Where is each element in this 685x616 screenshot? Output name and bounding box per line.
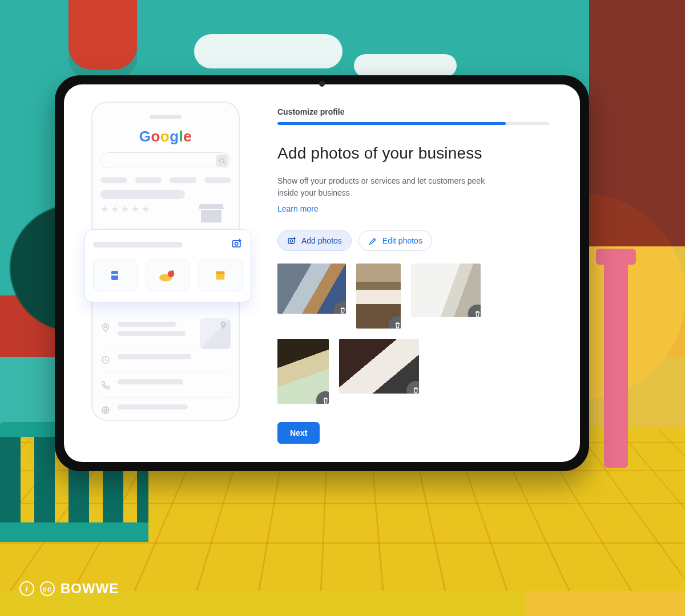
- search-bar: [100, 152, 231, 168]
- step-label: Customize profile: [277, 107, 549, 116]
- page-description: Show off your products or services and l…: [277, 175, 494, 199]
- preview-info-list: [100, 315, 231, 422]
- delete-photo-button[interactable]: [388, 316, 401, 329]
- tablet-frame: Google ★★★★★: [55, 75, 589, 471]
- svg-point-13: [290, 240, 292, 242]
- edit-photos-button[interactable]: Edit photos: [358, 230, 432, 251]
- phone-preview: Google ★★★★★: [91, 102, 240, 421]
- attribution-icon: i: [19, 581, 34, 596]
- svg-point-1: [235, 242, 238, 245]
- preview-title: [100, 190, 185, 199]
- svg-rect-0: [233, 241, 240, 247]
- phone-speaker: [150, 115, 182, 119]
- delete-photo-button[interactable]: [333, 301, 346, 314]
- pin-icon: [100, 322, 111, 333]
- photos-preview-card: [84, 229, 251, 302]
- photo-thumbnail[interactable]: [339, 339, 419, 394]
- delete-photo-button[interactable]: [468, 305, 481, 317]
- decorative-column: [604, 262, 628, 468]
- clock-icon: [100, 355, 111, 365]
- delete-photo-button[interactable]: [406, 381, 419, 394]
- next-button[interactable]: Next: [277, 422, 320, 444]
- preview-thumb-2: [146, 260, 190, 291]
- photo-grid: [277, 264, 517, 404]
- svg-rect-7: [216, 271, 225, 274]
- tablet-camera-dot: [319, 81, 325, 87]
- add-photos-label: Add photos: [301, 236, 342, 245]
- preview-tabs: [100, 177, 231, 183]
- storefront-icon: [195, 198, 227, 226]
- tablet-screen: Google ★★★★★: [64, 84, 580, 462]
- add-photo-icon: [287, 236, 297, 246]
- preview-thumb-3: [198, 260, 243, 291]
- learn-more-link[interactable]: Learn more: [277, 204, 319, 213]
- watermark: i cc BOWWE: [19, 581, 119, 597]
- photo-thumbnail[interactable]: [277, 339, 329, 404]
- svg-point-8: [104, 326, 107, 328]
- page-heading: Add photos of your business: [277, 144, 549, 163]
- preview-column: Google ★★★★★: [64, 84, 258, 462]
- watermark-brand: BOWWE: [61, 581, 119, 597]
- add-photos-button[interactable]: Add photos: [277, 230, 352, 251]
- progress-bar: [277, 122, 549, 125]
- svg-rect-3: [111, 274, 118, 275]
- pencil-icon: [368, 236, 378, 246]
- phone-icon: [100, 380, 111, 390]
- cc-icon: cc: [40, 581, 55, 596]
- photo-thumbnail[interactable]: [411, 264, 481, 317]
- photo-thumbnail[interactable]: [356, 264, 401, 329]
- delete-photo-button[interactable]: [316, 391, 329, 404]
- map-thumbnail: [200, 318, 231, 349]
- svg-rect-12: [288, 238, 295, 244]
- main-panel: Customize profile Add photos of your bus…: [258, 84, 580, 462]
- preview-thumb-1: [93, 260, 138, 291]
- decorative-pillar: [68, 0, 137, 80]
- photo-thumbnail[interactable]: [277, 264, 346, 314]
- progress-fill: [277, 122, 506, 125]
- edit-photos-label: Edit photos: [382, 236, 422, 245]
- search-icon: [216, 155, 228, 167]
- google-logo: Google: [100, 128, 231, 145]
- preview-card-title: [93, 242, 183, 248]
- globe-icon: [100, 405, 111, 415]
- svg-point-9: [223, 323, 224, 325]
- add-photo-icon: [231, 238, 243, 252]
